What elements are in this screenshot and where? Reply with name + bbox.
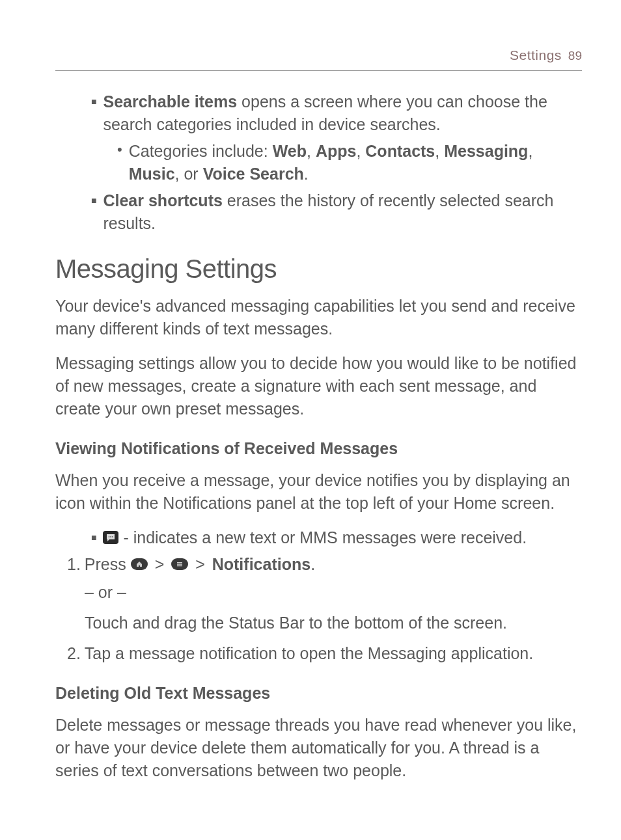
sub-bullet-text: Categories include: Web, Apps, Contacts,… <box>129 140 582 185</box>
bullet-text: Searchable items opens a screen where yo… <box>103 90 582 136</box>
menu-button-icon <box>171 558 188 570</box>
square-bullet-icon: ■ <box>91 526 96 549</box>
header-section-label: Settings <box>510 46 562 64</box>
step-1: 1. Press > > Notifications. <box>55 553 582 576</box>
number-marker-2: 2. <box>67 642 81 665</box>
viewing-paragraph: When you receive a message, your device … <box>55 469 582 515</box>
svg-rect-4 <box>177 563 182 564</box>
step-text: Press > > Notifications. <box>85 553 582 576</box>
step-1-or: – or – <box>55 581 582 604</box>
messaging-intro-1: Your device's advanced messaging capabil… <box>55 295 582 340</box>
bullet-message-icon: ■ - indicates a new text or MMS messages… <box>55 526 582 549</box>
svg-point-1 <box>111 536 112 537</box>
subsection-deleting-old: Deleting Old Text Messages <box>55 682 582 705</box>
sub-bullet-categories: • Categories include: Web, Apps, Contact… <box>55 140 582 185</box>
svg-point-2 <box>112 536 113 537</box>
svg-point-0 <box>109 536 110 537</box>
bullet-searchable-items: ■ Searchable items opens a screen where … <box>55 90 582 136</box>
message-icon <box>103 531 118 544</box>
square-bullet-icon: ■ <box>91 90 96 136</box>
step-1-alt: Touch and drag the Status Bar to the bot… <box>55 612 582 634</box>
svg-rect-5 <box>177 565 182 566</box>
header-page-number: 89 <box>568 47 582 65</box>
bullet-clear-shortcuts: ■ Clear shortcuts erases the history of … <box>55 189 582 235</box>
messaging-intro-2: Messaging settings allow you to decide h… <box>55 352 582 420</box>
step-2: 2. Tap a message notification to open th… <box>55 642 582 665</box>
number-marker-1: 1. <box>67 553 81 576</box>
page-header: Settings 89 <box>55 46 582 71</box>
bullet-text: Clear shortcuts erases the history of re… <box>103 189 582 235</box>
square-bullet-icon: ■ <box>91 189 96 235</box>
subsection-viewing-notifications: Viewing Notifications of Received Messag… <box>55 437 582 460</box>
svg-rect-3 <box>177 562 182 563</box>
round-bullet-icon: • <box>117 140 122 185</box>
deleting-paragraph: Delete messages or message threads you h… <box>55 714 582 782</box>
step-text: Tap a message notification to open the M… <box>85 642 582 665</box>
home-button-icon <box>131 558 148 570</box>
bullet-text: - indicates a new text or MMS messages w… <box>103 526 582 549</box>
section-title-messaging: Messaging Settings <box>55 251 582 287</box>
